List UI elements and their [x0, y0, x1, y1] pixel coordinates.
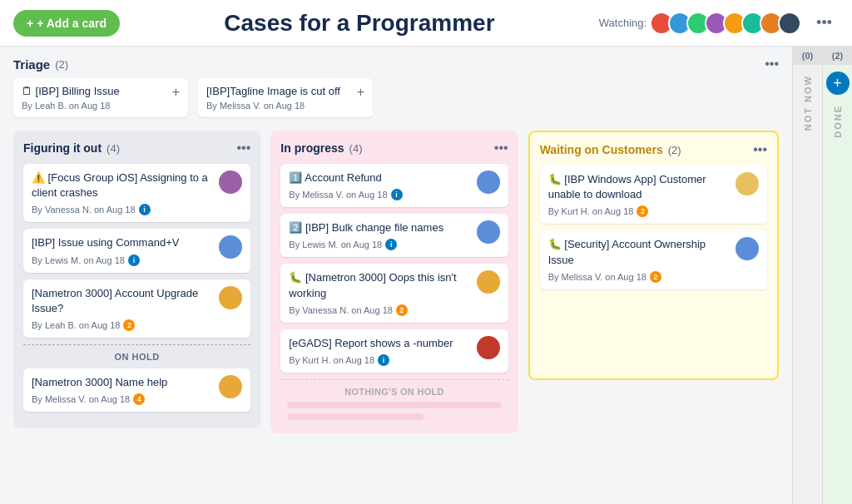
info-badge: i	[391, 189, 403, 200]
board: Triage (2) ••• 🗒 [IBP] Billing Issue By …	[0, 47, 792, 504]
info-badge: i	[128, 254, 140, 266]
info-badge: 2	[396, 304, 408, 316]
card-item[interactable]: 1️⃣ Account Refund By Melissa V. on Aug …	[280, 164, 508, 207]
not-now-label: NOT NOW	[803, 75, 813, 131]
card-meta: By Lewis M. on Aug 18 i	[32, 254, 212, 266]
card-avatar	[219, 286, 242, 309]
card-title: 2️⃣ [IBP] Bulk change file names	[289, 220, 469, 235]
on-hold-card[interactable]: [Nametron 3000] Name help By Melissa V. …	[23, 368, 250, 412]
col-header: In progress (4) •••	[280, 141, 508, 156]
info-badge: 2	[123, 319, 135, 331]
card-content: [IBP] Issue using Command+V By Lewis M. …	[32, 235, 212, 265]
col-more-button[interactable]: •••	[753, 142, 767, 157]
plus-icon: +	[27, 17, 33, 30]
done-label: DONE	[833, 105, 843, 138]
card-content: 🐛 [Nametron 3000] Oops this isn't workin…	[289, 270, 469, 315]
card-avatar	[477, 170, 500, 194]
card-add-button[interactable]: +	[357, 85, 364, 100]
col-more-button[interactable]: •••	[494, 141, 508, 156]
col-header: Waiting on Customers (2) •••	[540, 142, 767, 157]
card-content: 1️⃣ Account Refund By Melissa V. on Aug …	[289, 170, 469, 200]
card-meta: By Melissa V. on Aug 18 i	[289, 189, 469, 200]
col-count: (4)	[349, 142, 363, 155]
card-title: 🐛 [IBP Windows App] Customer unable to d…	[548, 172, 729, 202]
card-meta: By Vanessa N. on Aug 18 i	[32, 204, 212, 215]
card-title: [Nametron 3000] Account Upgrade Issue?	[32, 286, 212, 316]
card-item[interactable]: 2️⃣ [IBP] Bulk change file names By Lewi…	[280, 214, 508, 257]
card-title: 1️⃣ Account Refund	[289, 170, 469, 185]
col-count: (4)	[106, 142, 120, 155]
main-area: Triage (2) ••• 🗒 [IBP] Billing Issue By …	[0, 47, 852, 504]
card-meta: By Vanessa N. on Aug 18 2	[289, 304, 469, 316]
triage-card-content: [IBP]Tagline Image is cut off By Melissa…	[206, 85, 357, 111]
col-more-button[interactable]: •••	[237, 141, 251, 156]
not-now-panel: (0) NOT NOW	[792, 47, 822, 504]
card-avatar	[477, 220, 500, 244]
triage-section: Triage (2) ••• 🗒 [IBP] Billing Issue By …	[13, 57, 779, 117]
page-title: Cases for a Programmer	[120, 10, 599, 37]
triage-cards: 🗒 [IBP] Billing Issue By Leah B. on Aug …	[13, 78, 779, 117]
triage-count: (2)	[55, 58, 68, 71]
card-content: [eGADS] Report shows a -number By Kurt H…	[289, 336, 469, 366]
card-item[interactable]: 🐛 [Nametron 3000] Oops this isn't workin…	[280, 264, 508, 322]
triage-card[interactable]: 🗒 [IBP] Billing Issue By Leah B. on Aug …	[13, 78, 188, 117]
card-item[interactable]: [eGADS] Report shows a -number By Kurt H…	[280, 329, 508, 373]
card-title: ⚠️ [Focus Group iOS] Assigning to a clie…	[32, 170, 212, 200]
card-item[interactable]: 🐛 [IBP Windows App] Customer unable to d…	[540, 166, 767, 224]
watcher-avatars	[655, 12, 801, 35]
col-title: Waiting on Customers	[540, 143, 663, 156]
nothing-on-hold-label: NOTHING'S ON HOLD	[280, 387, 508, 397]
add-card-button[interactable]: + + Add a card	[13, 10, 120, 37]
on-hold-label: ON HOLD	[23, 352, 250, 362]
triage-more-button[interactable]: •••	[765, 57, 779, 72]
card-item[interactable]: 🐛 [Security] Account Ownership Issue By …	[540, 230, 767, 289]
info-badge: 2	[650, 271, 661, 283]
card-meta: By Melissa V. on Aug 18 2	[548, 271, 729, 283]
triage-card-title: 🗒 [IBP] Billing Issue	[22, 85, 172, 97]
card-meta: By Lewis M. on Aug 18 i	[289, 239, 469, 250]
card-avatar	[477, 336, 500, 359]
info-badge: i	[378, 354, 389, 366]
card-content: 🐛 [IBP Windows App] Customer unable to d…	[548, 172, 729, 217]
header-right: Watching: •••	[599, 11, 839, 35]
card-avatar	[219, 170, 242, 194]
card-meta: By Leah B. on Aug 18	[22, 101, 172, 111]
card-meta: By Kurt H. on Aug 18 2	[548, 205, 729, 217]
col-count: (2)	[668, 144, 681, 156]
watching-label: Watching:	[599, 17, 646, 29]
watcher-avatar	[778, 12, 801, 35]
triage-card[interactable]: [IBP]Tagline Image is cut off By Melissa…	[198, 78, 373, 117]
card-content: [Nametron 3000] Account Upgrade Issue? B…	[32, 286, 212, 331]
card-item[interactable]: [Nametron 3000] Account Upgrade Issue? B…	[23, 279, 250, 338]
column-waiting: Waiting on Customers (2) ••• 🐛 [IBP Wind…	[528, 131, 779, 380]
triage-title: Triage	[13, 57, 50, 72]
column-inprogress: In progress (4) ••• 1️⃣ Account Refund B…	[270, 131, 518, 433]
card-item[interactable]: [IBP] Issue using Command+V By Lewis M. …	[23, 229, 250, 272]
triage-card-content: 🗒 [IBP] Billing Issue By Leah B. on Aug …	[22, 85, 172, 111]
card-add-button[interactable]: +	[172, 85, 180, 100]
card-avatar	[219, 235, 242, 259]
card-title: 🐛 [Security] Account Ownership Issue	[548, 237, 729, 267]
triage-header: Triage (2) •••	[13, 57, 779, 72]
triage-card-title: [IBP]Tagline Image is cut off	[206, 85, 357, 97]
columns-row: Figuring it out (4) ••• ⚠️ [Focus Group …	[13, 131, 779, 433]
info-badge: i	[385, 239, 397, 250]
card-item[interactable]: ⚠️ [Focus Group iOS] Assigning to a clie…	[23, 164, 250, 222]
header: + + Add a card Cases for a Programmer Wa…	[0, 0, 852, 47]
card-title: [IBP] Issue using Command+V	[32, 235, 212, 250]
column-figuring: Figuring it out (4) ••• ⚠️ [Focus Group …	[13, 131, 260, 428]
card-avatar	[477, 270, 500, 294]
card-title: [Nametron 3000] Name help	[32, 375, 212, 390]
card-title: [eGADS] Report shows a -number	[289, 336, 469, 351]
card-content: 🐛 [Security] Account Ownership Issue By …	[548, 237, 729, 282]
card-meta: By Kurt H. on Aug 18 i	[289, 354, 469, 366]
card-content: [Nametron 3000] Name help By Melissa V. …	[32, 375, 212, 405]
header-more-button[interactable]: •••	[810, 11, 839, 35]
card-title: 🐛 [Nametron 3000] Oops this isn't workin…	[289, 270, 469, 300]
info-badge: i	[139, 204, 151, 215]
done-add-button[interactable]: +	[826, 72, 850, 95]
info-badge: 2	[637, 205, 648, 217]
col-header: Figuring it out (4) •••	[23, 141, 250, 156]
card-avatar	[219, 375, 242, 398]
placeholder-bar	[287, 402, 501, 408]
